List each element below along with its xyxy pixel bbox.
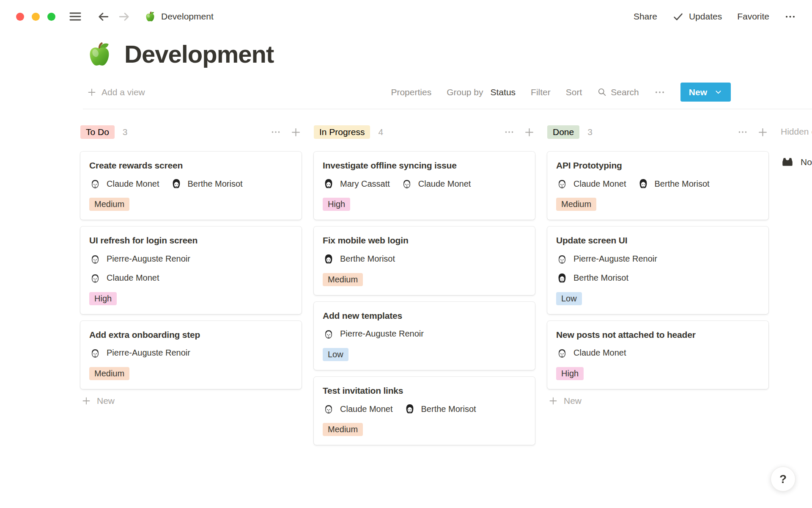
properties-button[interactable]: Properties xyxy=(391,87,431,97)
column-header: Done 3 xyxy=(547,124,768,141)
woman-portrait-icon xyxy=(404,403,416,415)
view-toolbar-actions: Properties Group by Status Filter Sort S… xyxy=(391,83,731,102)
kanban-board: To Do 3 Create rewards screen Claude Mon… xyxy=(0,124,812,452)
minimize-window-button[interactable] xyxy=(32,13,40,21)
topbar-more-icon[interactable] xyxy=(785,11,796,22)
column-add-icon[interactable] xyxy=(757,127,768,138)
card-title: Fix mobile web login xyxy=(323,235,526,246)
column-more-icon[interactable] xyxy=(738,127,748,137)
card[interactable]: API Prototyping Claude Monet Berthe Mori… xyxy=(547,152,768,220)
new-button[interactable]: New xyxy=(680,83,731,102)
help-button[interactable]: ? xyxy=(771,467,796,491)
column-done: Done 3 API Prototyping Claude Monet Bert… xyxy=(547,124,768,452)
card-title: Add extra onboarding step xyxy=(89,329,293,340)
plus-icon xyxy=(87,87,97,97)
column-more-icon[interactable] xyxy=(504,127,514,137)
card[interactable]: New posts not attached to header Claude … xyxy=(547,321,768,389)
column-add-icon[interactable] xyxy=(524,127,535,138)
assignee-name: Berthe Morisot xyxy=(573,273,628,283)
share-button[interactable]: Share xyxy=(634,11,657,22)
add-view-button[interactable]: Add a view xyxy=(87,87,145,97)
zoom-window-button[interactable] xyxy=(47,13,55,21)
priority-pill: Medium xyxy=(89,198,129,211)
assignee-name: Pierre-Auguste Renoir xyxy=(340,329,424,339)
priority-pill: Medium xyxy=(556,198,596,211)
card[interactable]: Create rewards screen Claude Monet Berth… xyxy=(80,152,302,220)
card-title: API Prototyping xyxy=(556,160,760,171)
column-header: In Progress 4 xyxy=(314,124,535,141)
assignee: Claude Monet xyxy=(401,178,471,190)
assignee: Berthe Morisot xyxy=(556,272,628,284)
search-button[interactable]: Search xyxy=(597,87,639,97)
column-more-icon[interactable] xyxy=(271,127,281,137)
group-by-value: Status xyxy=(491,87,516,97)
group-by-button[interactable]: Group by Status xyxy=(447,87,516,97)
card-title: Update screen UI xyxy=(556,235,760,246)
card-title: Create rewards screen xyxy=(89,160,293,171)
updates-button[interactable]: Updates xyxy=(672,11,722,22)
breadcrumb-page-title[interactable]: Development xyxy=(161,11,214,22)
column-count: 3 xyxy=(587,127,593,137)
close-window-button[interactable] xyxy=(16,13,24,21)
page-title[interactable]: Development xyxy=(124,40,274,68)
assignee-name: Claude Monet xyxy=(573,348,626,358)
status-pill-done[interactable]: Done xyxy=(547,125,579,139)
sort-button[interactable]: Sort xyxy=(566,87,582,97)
card[interactable]: UI refresh for login screen Pierre-Augus… xyxy=(80,226,302,314)
plus-icon xyxy=(548,396,558,406)
assignee-name: Pierre-Auguste Renoir xyxy=(107,254,190,264)
window-topbar: Development Share Updates Favorite xyxy=(0,0,812,33)
priority-pill: Medium xyxy=(323,273,363,286)
card[interactable]: Update screen UI Pierre-Auguste Renoir B… xyxy=(547,226,768,314)
card[interactable]: Investigate offline syncing issue Mary C… xyxy=(314,152,535,220)
card[interactable]: Add new templates Pierre-Auguste Renoir … xyxy=(314,302,535,370)
page-icon-green-apple[interactable] xyxy=(85,40,113,68)
card[interactable]: Add extra onboarding step Pierre-Auguste… xyxy=(80,321,302,389)
assignee: Claude Monet xyxy=(556,347,626,359)
priority-pill: Medium xyxy=(89,367,129,380)
check-icon xyxy=(672,11,684,22)
assignee-name: Claude Monet xyxy=(340,404,393,414)
priority-pill: Low xyxy=(323,348,348,361)
hamburger-menu-icon[interactable] xyxy=(68,9,82,24)
status-pill-todo[interactable]: To Do xyxy=(80,125,115,139)
assignee: Pierre-Auguste Renoir xyxy=(89,253,190,265)
topbar-actions: Share Updates Favorite xyxy=(634,11,796,22)
assignee-name: Berthe Morisot xyxy=(188,179,243,189)
column-count: 4 xyxy=(378,127,383,137)
filter-button[interactable]: Filter xyxy=(531,87,551,97)
search-icon xyxy=(597,87,607,97)
woman-portrait-icon xyxy=(323,178,335,190)
assignee: Berthe Morisot xyxy=(170,178,243,190)
column-add-icon[interactable] xyxy=(290,127,302,138)
assignee: Berthe Morisot xyxy=(404,403,476,415)
man-portrait-icon xyxy=(323,328,335,340)
back-arrow-icon[interactable] xyxy=(97,10,110,23)
assignee-name: Pierre-Auguste Renoir xyxy=(573,254,657,264)
add-card-button[interactable]: New xyxy=(547,396,582,406)
card-title: New posts not attached to header xyxy=(556,329,760,340)
card[interactable]: Fix mobile web login Berthe Morisot Medi… xyxy=(314,226,535,295)
assignee-name: Pierre-Auguste Renoir xyxy=(107,348,190,358)
assignee-name: Claude Monet xyxy=(573,179,626,189)
man-portrait-icon xyxy=(323,403,335,415)
card[interactable]: Test invitation links Claude Monet Berth… xyxy=(314,377,535,445)
forward-arrow-icon[interactable] xyxy=(118,10,131,23)
woman-portrait-icon xyxy=(170,178,182,190)
card-title: Add new templates xyxy=(323,310,526,321)
inbox-icon xyxy=(781,155,794,169)
hidden-columns-label[interactable]: Hidden columns xyxy=(781,127,812,137)
hidden-column-no-status[interactable]: No Status xyxy=(781,155,812,169)
assignee-name: Berthe Morisot xyxy=(421,404,476,414)
toolbar-divider xyxy=(83,109,812,109)
add-card-button[interactable]: New xyxy=(80,396,115,406)
column-header: To Do 3 xyxy=(80,124,302,141)
favorite-button[interactable]: Favorite xyxy=(737,11,769,22)
status-pill-in-progress[interactable]: In Progress xyxy=(314,125,370,139)
assignee-name: Berthe Morisot xyxy=(340,254,395,264)
assignee-name: Claude Monet xyxy=(107,273,159,283)
priority-pill: High xyxy=(323,198,350,211)
view-more-icon[interactable] xyxy=(654,87,665,98)
man-portrait-icon xyxy=(556,347,568,359)
assignee-name: Berthe Morisot xyxy=(655,179,710,189)
